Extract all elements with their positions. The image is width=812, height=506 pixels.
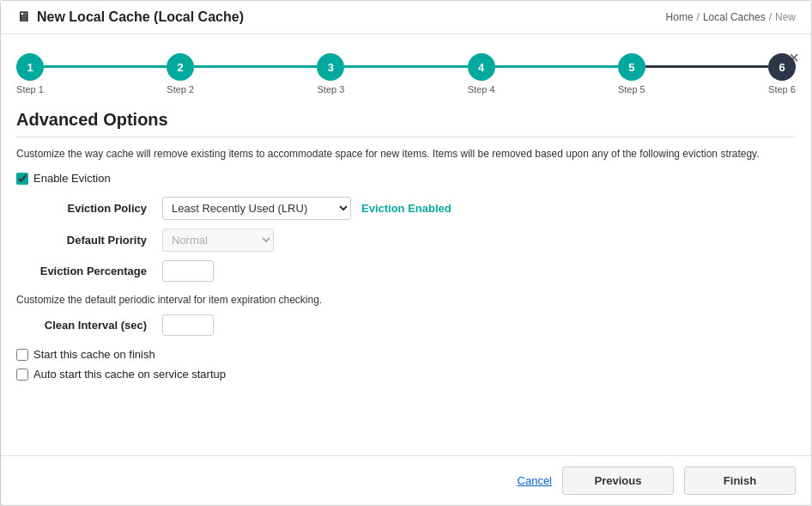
step-label-2: Step 2: [167, 84, 194, 94]
step-label-4: Step 4: [468, 84, 495, 94]
step-3: 3 Step 3: [317, 53, 344, 94]
step-label-1: Step 1: [16, 84, 44, 94]
start-cache-row: Start this cache on finish: [16, 348, 796, 361]
eviction-percentage-input[interactable]: 5: [162, 260, 214, 282]
bottom-checkboxes: Start this cache on finish Auto start th…: [16, 348, 796, 381]
step-2: 2 Step 2: [167, 53, 194, 94]
breadcrumb-sep1: /: [697, 11, 700, 23]
eviction-policy-label: Eviction Policy: [16, 202, 154, 215]
eviction-policy-control-row: Least Recently Used (LRU) Most Recently …: [162, 197, 796, 220]
section-title: Advanced Options: [16, 110, 796, 137]
clean-interval-input[interactable]: 15: [162, 314, 214, 336]
step-line-3: [344, 65, 467, 68]
step-circle-5: 5: [618, 53, 645, 81]
modal-footer: Cancel Previous Finish: [1, 455, 811, 505]
step-circle-2: 2: [167, 53, 194, 81]
modal-header: 🖥 New Local Cache (Local Cache) Home / L…: [1, 1, 811, 34]
step-line-2: [194, 65, 317, 68]
enable-eviction-label[interactable]: Enable Eviction: [33, 172, 111, 185]
start-cache-checkbox[interactable]: [16, 349, 28, 361]
section-description: Customize the way cache will remove exis…: [16, 146, 796, 162]
modal-container: 🖥 New Local Cache (Local Cache) Home / L…: [0, 0, 812, 506]
auto-start-label[interactable]: Auto start this cache on service startup: [33, 368, 226, 381]
modal-body: × 1 Step 1 2 Step 2 3 Step 3 4 Step 4: [1, 34, 811, 455]
form-grid: Eviction Policy Least Recently Used (LRU…: [16, 197, 796, 282]
step-circle-3: 3: [317, 53, 344, 81]
auto-start-row: Auto start this cache on service startup: [16, 368, 796, 381]
eviction-enabled-text: Eviction Enabled: [361, 202, 451, 215]
default-priority-control-row: Normal High Low: [162, 229, 796, 252]
step-label-3: Step 3: [318, 84, 345, 94]
previous-button[interactable]: Previous: [562, 466, 674, 495]
breadcrumb-current: New: [775, 11, 796, 23]
modal-title-text: New Local Cache (Local Cache): [37, 9, 244, 25]
start-cache-label[interactable]: Start this cache on finish: [33, 348, 155, 361]
step-4: 4 Step 4: [468, 53, 495, 94]
auto-start-checkbox[interactable]: [16, 369, 28, 381]
clean-interval-description: Customize the default periodic interval …: [16, 294, 796, 306]
step-6: 6 Step 6: [768, 53, 796, 94]
eviction-percentage-label: Eviction Percentage: [16, 265, 154, 277]
step-label-6: Step 6: [768, 84, 796, 94]
default-priority-select[interactable]: Normal High Low: [162, 229, 274, 252]
step-label-5: Step 5: [618, 84, 645, 94]
default-priority-label: Default Priority: [16, 234, 154, 247]
clean-interval-row: Clean Interval (sec) 15: [16, 314, 796, 336]
monitor-icon: 🖥: [16, 9, 30, 25]
breadcrumb-local-caches[interactable]: Local Caches: [703, 11, 766, 23]
modal-title: 🖥 New Local Cache (Local Cache): [16, 9, 244, 25]
clean-interval-label: Clean Interval (sec): [16, 319, 154, 332]
cancel-button[interactable]: Cancel: [518, 474, 552, 487]
step-circle-1: 1: [16, 53, 44, 81]
enable-eviction-row: Enable Eviction: [16, 172, 796, 185]
step-5: 5 Step 5: [618, 53, 645, 94]
finish-button[interactable]: Finish: [684, 466, 796, 495]
stepper: 1 Step 1 2 Step 2 3 Step 3 4 Step 4 5 St…: [16, 46, 796, 110]
breadcrumb: Home / Local Caches / New: [666, 11, 796, 23]
enable-eviction-checkbox[interactable]: [16, 173, 28, 185]
eviction-policy-select[interactable]: Least Recently Used (LRU) Most Recently …: [162, 197, 351, 220]
breadcrumb-home[interactable]: Home: [666, 11, 694, 23]
step-circle-6: 6: [768, 53, 796, 81]
step-line-5: [645, 65, 768, 68]
step-line-1: [44, 65, 167, 68]
step-1: 1 Step 1: [16, 53, 44, 94]
step-circle-4: 4: [468, 53, 495, 81]
breadcrumb-sep2: /: [769, 11, 772, 23]
step-line-4: [495, 65, 618, 68]
eviction-percentage-control-row: 5: [162, 260, 796, 282]
